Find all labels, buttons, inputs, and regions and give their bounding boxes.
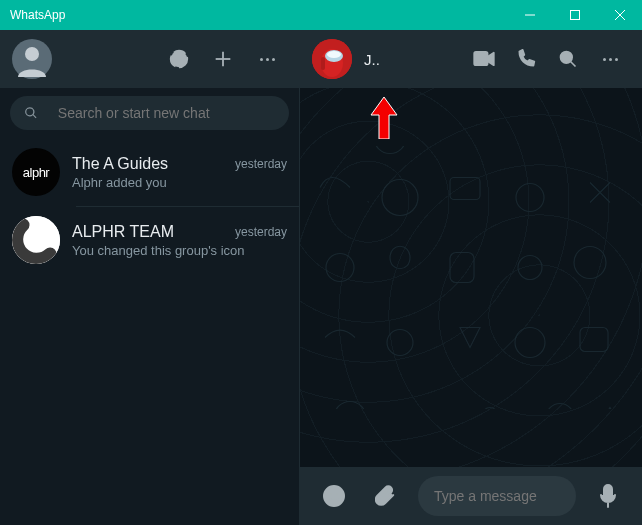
svg-point-32 [334, 402, 366, 410]
message-box[interactable] [418, 476, 576, 516]
svg-point-35 [324, 486, 344, 506]
chat-body [300, 88, 642, 467]
message-input[interactable] [434, 488, 560, 504]
annotation-arrow [369, 97, 399, 143]
emoji-icon[interactable] [314, 476, 354, 516]
svg-point-5 [171, 51, 188, 68]
search-wrap [0, 88, 299, 138]
contact-name: J.. [364, 51, 380, 68]
svg-rect-15 [474, 52, 487, 65]
svg-rect-31 [580, 328, 608, 352]
new-chat-icon[interactable] [203, 39, 243, 79]
svg-point-29 [387, 330, 413, 356]
svg-line-17 [571, 62, 576, 67]
video-call-icon[interactable] [464, 39, 504, 79]
search-input[interactable] [58, 105, 275, 121]
svg-point-25 [326, 254, 354, 282]
chat-header[interactable]: J.. [300, 30, 642, 88]
chat-message: You changed this group's icon [72, 243, 287, 258]
status-icon[interactable] [159, 39, 199, 79]
app-body: alphr The A Guides yesterday Alphr added… [0, 30, 642, 525]
svg-rect-23 [450, 178, 480, 200]
left-header [0, 30, 299, 88]
chat-list: alphr The A Guides yesterday Alphr added… [0, 138, 299, 525]
svg-point-13 [327, 51, 341, 58]
chat-item[interactable]: alphr The A Guides yesterday Alphr added… [0, 138, 299, 206]
svg-point-19 [374, 146, 406, 154]
svg-rect-1 [570, 11, 579, 20]
chat-search-icon[interactable] [548, 39, 588, 79]
attach-icon[interactable] [366, 476, 406, 516]
svg-point-24 [516, 184, 544, 212]
voice-call-icon[interactable] [506, 39, 546, 79]
mic-icon[interactable] [588, 476, 628, 516]
svg-point-16 [561, 52, 573, 64]
close-button[interactable] [597, 0, 642, 30]
minimize-button[interactable] [507, 0, 552, 30]
svg-point-37 [336, 493, 338, 495]
left-panel: alphr The A Guides yesterday Alphr added… [0, 30, 300, 525]
chat-name: The A Guides [72, 155, 168, 173]
svg-point-4 [25, 47, 39, 61]
chat-avatar [12, 216, 60, 264]
chat-menu-icon[interactable] [590, 39, 630, 79]
chat-time: yesterday [235, 157, 287, 171]
chat-message: Alphr added you [72, 175, 287, 190]
right-panel: J.. [300, 30, 642, 525]
svg-point-30 [515, 328, 545, 358]
chat-avatar: alphr [12, 148, 60, 196]
svg-point-28 [574, 247, 606, 279]
search-box[interactable] [10, 96, 289, 130]
chat-time: yesterday [235, 225, 287, 239]
svg-point-34 [546, 404, 574, 410]
titlebar: WhatsApp [0, 0, 642, 30]
message-input-bar [300, 467, 642, 525]
menu-icon[interactable] [247, 39, 287, 79]
user-avatar[interactable] [12, 39, 52, 79]
svg-rect-14 [321, 57, 325, 70]
contact-avatar[interactable] [312, 39, 352, 79]
search-icon [24, 105, 38, 121]
chat-background [300, 146, 642, 409]
svg-rect-26 [450, 253, 474, 283]
chat-item[interactable]: ALPHR TEAM yesterday You changed this gr… [0, 206, 299, 274]
svg-point-36 [330, 493, 332, 495]
maximize-button[interactable] [552, 0, 597, 30]
chat-name: ALPHR TEAM [72, 223, 174, 241]
svg-point-22 [382, 180, 418, 216]
window-controls [507, 0, 642, 30]
window-title: WhatsApp [0, 8, 65, 22]
svg-point-27 [518, 256, 542, 280]
